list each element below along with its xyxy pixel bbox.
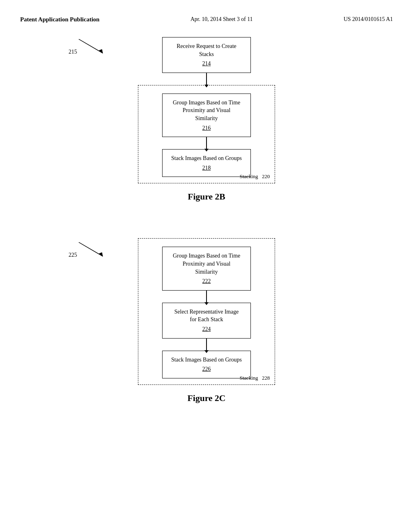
fig2b-arrow-1: [206, 73, 207, 85]
fig2b-dashed-label: Stacking 220: [240, 173, 270, 180]
fig2c-arrow-svg: [79, 242, 111, 258]
fig2c-inner: Group Images Based on Time Proximity and…: [150, 247, 263, 378]
fig2c-side-label: 225: [69, 242, 111, 258]
fig2b-side-label: 215: [69, 39, 111, 55]
fig2b-dashed-box: Group Images Based on Time Proximity and…: [138, 85, 275, 184]
fig2b-box-218: Stack Images Based on Groups 218: [162, 149, 251, 177]
figure-2c-section: 225 Group Images Based on Time Proximity…: [20, 238, 393, 403]
fig2c-arrow-2: [206, 339, 207, 351]
fig2c-dashed-label: Stacking 228: [240, 375, 270, 381]
header-patent-number: US 2014/0101615 A1: [344, 16, 393, 23]
fig2b-inner: Group Images Based on Time Proximity and…: [150, 94, 263, 177]
fig2c-box-226: Stack Images Based on Groups 226: [162, 351, 251, 378]
fig2b-top-box: Receive Request to Create Stacks 214: [162, 37, 251, 73]
svg-line-2: [79, 242, 103, 256]
fig2b-caption: Figure 2B: [188, 191, 225, 202]
fig2c-caption: Figure 2C: [188, 393, 225, 403]
fig2b-arrow-svg: [79, 39, 111, 55]
fig2b-arrow-2: [206, 137, 207, 149]
header-date-sheet: Apr. 10, 2014 Sheet 3 of 11: [190, 16, 252, 23]
fig2c-box-222: Group Images Based on Time Proximity and…: [162, 247, 251, 290]
fig2c-arrow-1: [206, 291, 207, 303]
fig2b-box-216: Group Images Based on Time Proximity and…: [162, 94, 251, 137]
svg-line-0: [79, 39, 103, 53]
fig2c-dashed-box: Group Images Based on Time Proximity and…: [138, 238, 275, 384]
fig2c-box-224: Select Representative Image for Each Sta…: [162, 303, 251, 339]
main-content: 215 Receive Request to Create Stacks 214: [0, 31, 413, 440]
page-header: Patent Application Publication Apr. 10, …: [0, 0, 413, 31]
header-publication-label: Patent Application Publication: [20, 16, 100, 23]
fig2c-outer: 225 Group Images Based on Time Proximity…: [20, 238, 393, 384]
figure-2b-section: 215 Receive Request to Create Stacks 214: [20, 35, 393, 202]
